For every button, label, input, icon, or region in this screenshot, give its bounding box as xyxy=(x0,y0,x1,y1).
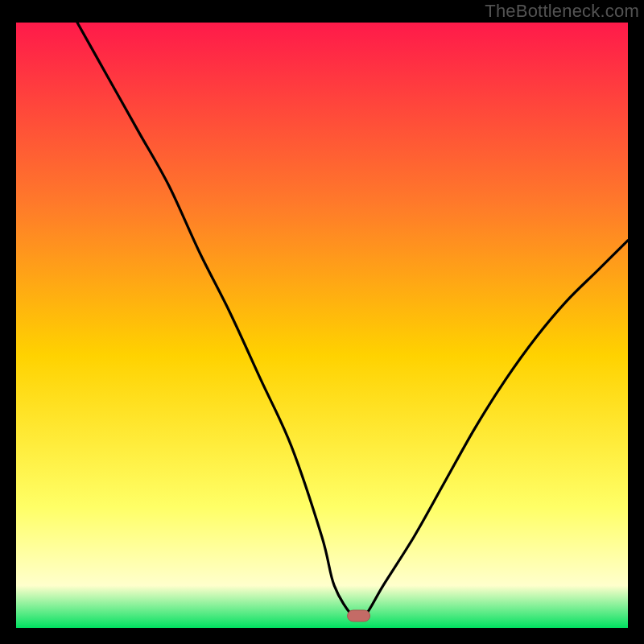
watermark-text: TheBottleneck.com xyxy=(485,1,639,22)
frame-bottom xyxy=(0,628,644,644)
chart-container: TheBottleneck.com xyxy=(0,0,644,644)
optimal-marker xyxy=(348,610,370,621)
frame-left xyxy=(0,0,16,644)
frame-right xyxy=(628,0,644,644)
bottleneck-chart xyxy=(0,0,644,644)
